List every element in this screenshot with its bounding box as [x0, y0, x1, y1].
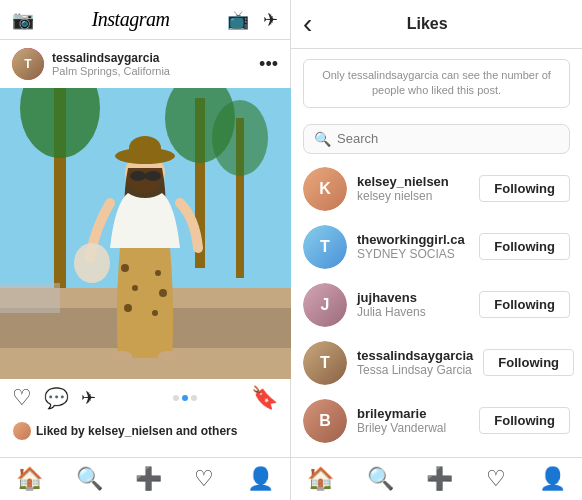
like-button[interactable]: ♡ [12, 385, 32, 411]
rnav-search[interactable]: 🔍 [367, 466, 394, 492]
nav-search[interactable]: 🔍 [76, 466, 103, 492]
user-info: tessalindsaygarcia Palm Springs, Califor… [52, 51, 251, 77]
svg-point-18 [159, 289, 167, 297]
nav-activity[interactable]: ♡ [194, 466, 214, 492]
list-item: S samanthaculos sam ≋≋≋ Following [291, 450, 582, 457]
list-item: K kelsey_nielsen kelsey nielsen Followin… [291, 160, 582, 218]
like-fullname: Tessa Lindsay Garcia [357, 363, 473, 377]
user-bar: T tessalindsaygarcia Palm Springs, Calif… [0, 40, 290, 88]
like-avatar[interactable]: J [303, 283, 347, 327]
like-username[interactable]: theworkinggirl.ca [357, 232, 469, 247]
svg-point-8 [212, 100, 268, 176]
like-fullname: Briley Vanderwal [357, 421, 469, 435]
send-icon[interactable]: ✈ [263, 9, 278, 31]
user-location: Palm Springs, California [52, 65, 251, 77]
dot-1 [173, 395, 179, 401]
privacy-text: Only tessalindsaygarcia can see the numb… [314, 68, 559, 99]
app-logo: Instagram [92, 8, 170, 31]
likes-list: K kelsey_nielsen kelsey nielsen Followin… [291, 160, 582, 457]
share-button[interactable]: ✈ [81, 387, 96, 409]
left-bottom-nav: 🏠 🔍 ➕ ♡ 👤 [0, 457, 290, 500]
svg-point-12 [129, 136, 161, 160]
following-button[interactable]: Following [479, 175, 570, 202]
list-item: T tessalindsaygarcia Tessa Lindsay Garci… [291, 334, 582, 392]
back-button[interactable]: ‹ [303, 10, 312, 38]
rnav-home[interactable]: 🏠 [307, 466, 334, 492]
comment-button[interactable]: 💬 [44, 386, 69, 410]
bookmark-button[interactable]: 🔖 [251, 385, 278, 411]
search-icon: 🔍 [314, 131, 331, 147]
like-user-info: brileymarie Briley Vanderwal [357, 406, 469, 435]
rnav-profile[interactable]: 👤 [539, 466, 566, 492]
username[interactable]: tessalindsaygarcia [52, 51, 251, 65]
following-button[interactable]: Following [479, 407, 570, 434]
left-header: 📷 Instagram 📺 ✈ [0, 0, 290, 40]
tv-icon[interactable]: 📺 [227, 9, 249, 31]
post-illustration [0, 88, 291, 379]
svg-rect-9 [0, 283, 60, 313]
page-title: Likes [320, 15, 534, 33]
svg-point-16 [124, 304, 132, 312]
like-username[interactable]: jujhavens [357, 290, 469, 305]
list-item: J jujhavens Julia Havens Following [291, 276, 582, 334]
nav-home[interactable]: 🏠 [16, 466, 43, 492]
liked-bar: Liked by kelsey_nielsen and others [0, 417, 290, 445]
svg-point-20 [112, 351, 132, 361]
rnav-activity[interactable]: ♡ [486, 466, 506, 492]
search-bar[interactable]: 🔍 [303, 124, 570, 154]
svg-point-17 [155, 270, 161, 276]
like-user-info: kelsey_nielsen kelsey nielsen [357, 174, 469, 203]
header-icons: 📺 ✈ [227, 9, 278, 31]
like-fullname: Julia Havens [357, 305, 469, 319]
dot-3 [191, 395, 197, 401]
right-panel: ‹ Likes Only tessalindsaygarcia can see … [291, 0, 582, 500]
post-image [0, 88, 291, 379]
like-avatar[interactable]: T [303, 225, 347, 269]
list-item: B brileymarie Briley Vanderwal Following [291, 392, 582, 450]
like-user-info: tessalindsaygarcia Tessa Lindsay Garcia [357, 348, 473, 377]
right-bottom-nav: 🏠 🔍 ➕ ♡ 👤 [291, 457, 582, 500]
liked-avatar-1 [12, 421, 32, 441]
post-actions: ♡ 💬 ✈ 🔖 [0, 379, 290, 417]
privacy-notice: Only tessalindsaygarcia can see the numb… [303, 59, 570, 108]
svg-point-19 [152, 310, 158, 316]
camera-icon[interactable]: 📷 [12, 9, 34, 31]
like-avatar[interactable]: B [303, 399, 347, 443]
left-panel: 📷 Instagram 📺 ✈ T tessalindsaygarcia Pal… [0, 0, 291, 500]
like-fullname: kelsey nielsen [357, 189, 469, 203]
rnav-add[interactable]: ➕ [426, 466, 453, 492]
search-input[interactable] [337, 131, 559, 146]
nav-add[interactable]: ➕ [135, 466, 162, 492]
like-user-info: theworkinggirl.ca SYDNEY SOCIAS [357, 232, 469, 261]
svg-point-14 [121, 264, 129, 272]
following-button[interactable]: Following [483, 349, 574, 376]
following-button[interactable]: Following [479, 291, 570, 318]
nav-profile[interactable]: 👤 [247, 466, 274, 492]
dots-indicator [132, 395, 240, 401]
dot-2 [182, 395, 188, 401]
svg-point-21 [158, 351, 178, 361]
more-button[interactable]: ••• [259, 54, 278, 75]
list-item: T theworkinggirl.ca SYDNEY SOCIAS Follow… [291, 218, 582, 276]
like-avatar[interactable]: K [303, 167, 347, 211]
following-button[interactable]: Following [479, 233, 570, 260]
svg-point-22 [130, 171, 146, 181]
liked-text: Liked by kelsey_nielsen and others [36, 424, 237, 438]
right-header: ‹ Likes [291, 0, 582, 49]
svg-point-13 [74, 243, 110, 283]
like-avatar[interactable]: T [303, 341, 347, 385]
post-actions-left: ♡ 💬 ✈ [12, 385, 120, 411]
user-avatar[interactable]: T [12, 48, 44, 80]
svg-point-15 [132, 285, 138, 291]
liked-avatars [12, 421, 28, 441]
like-username[interactable]: kelsey_nielsen [357, 174, 469, 189]
like-username[interactable]: brileymarie [357, 406, 469, 421]
like-user-info: jujhavens Julia Havens [357, 290, 469, 319]
like-fullname: SYDNEY SOCIAS [357, 247, 469, 261]
like-username[interactable]: tessalindsaygarcia [357, 348, 473, 363]
svg-point-23 [145, 171, 161, 181]
